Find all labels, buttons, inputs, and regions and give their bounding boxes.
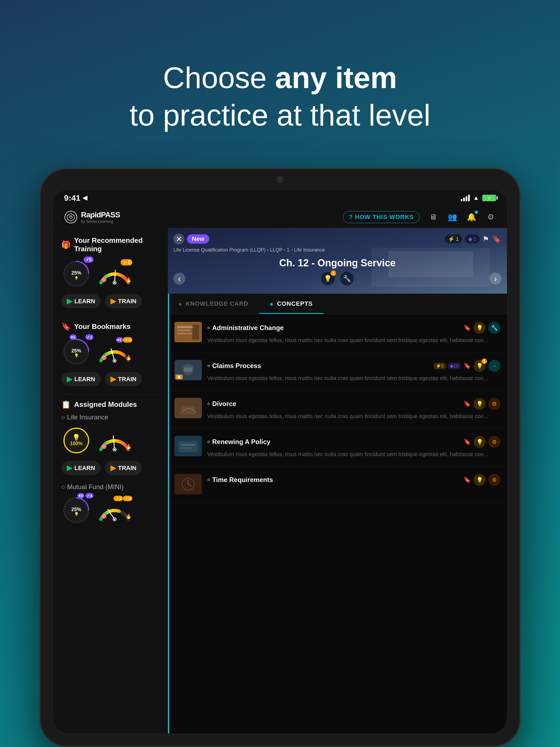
life-learn-label: LEARN [74, 465, 95, 472]
learn-gauge: 25% 💡 [61, 259, 91, 289]
thumb-image-time [175, 474, 202, 494]
people-icon[interactable]: 👥 [447, 212, 458, 223]
assigned-label: Assigned Modules [74, 400, 137, 409]
svg-text:25%: 25% [71, 507, 81, 512]
bookmark-divorce[interactable]: 🔖 [463, 400, 471, 407]
bookmark-btn-row: ▶ LEARN ▶ TRAIN [61, 372, 160, 386]
bell-icon[interactable]: 🔔 [466, 212, 477, 223]
battery-icon: ⚡ [482, 195, 496, 201]
life-insurance-training-row: 💡 100% [61, 426, 160, 457]
status-icons: ▲ ⚡ [461, 195, 496, 202]
bookmark-learn-gauge-container: 25% 💡 ✓1 ♥1 [61, 337, 91, 368]
life-train-button[interactable]: ▶ TRAIN [105, 461, 142, 475]
knowledge-tab-dot [179, 303, 182, 306]
list-item[interactable]: Renewing A Policy 🔖 💡 ⚙ Vestibulum risus… [168, 428, 507, 466]
bolt-count: 1 [456, 236, 459, 242]
train-btn-claims[interactable]: → [488, 360, 501, 372]
prev-chapter-button[interactable]: ‹ [173, 273, 185, 285]
chapter-bulb-button[interactable]: 💡 1 [321, 272, 335, 285]
learn-button[interactable]: ▶ LEARN [61, 294, 101, 308]
learn-btn-divorce[interactable]: 💡 [474, 398, 486, 410]
train-btn-time[interactable]: ⚙ [488, 474, 501, 486]
claims-notif-badge: 1 [482, 358, 487, 364]
svg-text:💡: 💡 [74, 276, 78, 280]
learn-btn-claims[interactable]: 💡 1 [474, 360, 486, 372]
right-panel: ✕ New ⚡ 1 ◆ [168, 228, 507, 733]
tab-knowledge-card[interactable]: Knowledge Card [168, 294, 259, 314]
signal-bar-4 [468, 195, 470, 201]
mutual-train-gauge-container: 🔥 🎯 ⚡4 ⚡2 [97, 497, 132, 526]
concept-name-divorce: Divorce [212, 400, 463, 408]
train-btn-renewing[interactable]: ⚙ [488, 436, 501, 448]
bookmarks-training-row: 25% 💡 ✓1 ♥1 [61, 337, 160, 368]
divider-1 [61, 316, 160, 317]
hero-line1: Choose any item [130, 60, 431, 95]
list-item[interactable]: Divorce 🔖 💡 ⚙ Vestibulum risus egestas t… [168, 390, 507, 428]
bolt-icon: ⚡ [448, 236, 455, 242]
concept-title-row-claims: Claims Process ⚡5 ◆10 🔖 💡 [207, 360, 501, 372]
bookmark-administrative[interactable]: 🔖 [463, 324, 471, 331]
learn-play-icon: ▶ [67, 297, 72, 305]
knowledge-tab-label: Knowledge Card [186, 300, 248, 307]
wifi-icon: ▲ [473, 195, 479, 202]
bookmark-claims[interactable]: 🔖 [463, 362, 471, 369]
bookmark-learn-button[interactable]: ▶ LEARN [61, 372, 101, 386]
flag-button[interactable]: ⚑ [482, 235, 489, 243]
mutual-learn-badge1: ✓4 [85, 493, 94, 498]
bookmark-time[interactable]: 🔖 [463, 476, 471, 483]
help-circle-icon: ? [349, 213, 353, 221]
train-btn-administrative[interactable]: 🔧 [488, 322, 501, 334]
concepts-tab-dot [270, 303, 273, 306]
svg-text:🔥: 🔥 [126, 355, 132, 361]
concept-actions-renewing: 🔖 💡 ⚙ [463, 436, 501, 448]
hero-line2: to practice at that level [130, 98, 431, 132]
settings-icon[interactable]: ⚙ [485, 212, 496, 223]
tab-concepts[interactable]: Concepts [259, 294, 324, 314]
svg-point-17 [114, 360, 116, 361]
list-item[interactable]: 📋 Claims Process ⚡5 ◆10 [168, 352, 507, 390]
app-screen: 9:41 ◀ ▲ ⚡ [53, 190, 507, 733]
train-btn-divorce[interactable]: ⚙ [488, 398, 501, 410]
diamond-count: 1 [473, 236, 476, 242]
learn-btn-time[interactable]: 💡 [474, 474, 486, 486]
learn-btn-renewing[interactable]: 💡 [474, 436, 486, 448]
chapter-tools-button[interactable]: 🔧 [340, 272, 354, 285]
concept-title-row-divorce: Divorce 🔖 💡 ⚙ [207, 398, 501, 410]
classroom-icon[interactable]: 🖥 [428, 212, 439, 223]
close-button[interactable]: ✕ [173, 233, 184, 244]
concept-actions-claims: ⚡5 ◆10 🔖 💡 1 → [433, 360, 501, 372]
tabs-row: Knowledge Card Concepts [168, 294, 507, 314]
bookmark-renewing[interactable]: 🔖 [463, 438, 471, 445]
mutual-learn-gauge-container: 25% 💡 ✓4 ♥2 [61, 495, 91, 526]
signal-bar-2 [463, 198, 465, 201]
concept-dot-time [207, 479, 210, 481]
concept-content-time: Time Requirements 🔖 💡 ⚙ [207, 474, 501, 488]
signal-bar-1 [461, 199, 462, 201]
thumb-image-renewing [175, 436, 202, 456]
concept-dot-divorce [207, 403, 210, 405]
concept-name-claims: Claims Process [212, 362, 433, 370]
life-train-icon: ▶ [110, 464, 116, 472]
life-learn-button[interactable]: ▶ LEARN [61, 461, 101, 475]
how-it-works-button[interactable]: ? How This Works [343, 211, 419, 223]
svg-point-35 [114, 518, 116, 520]
life-train-label: TRAIN [118, 465, 136, 472]
train-gauge-container: 🔥 🎯 ⚡5 [97, 261, 132, 290]
lightning-icon: ⚡ [487, 196, 492, 200]
train-score-badge: ⚡5 [121, 259, 132, 265]
chapter-bookmark-button[interactable]: 🔖 [492, 235, 502, 243]
status-time: 9:41 ◀ [64, 193, 87, 203]
list-item[interactable]: Administrative Change 🔖 💡 🔧 Vestibulum r… [168, 314, 507, 352]
bookmark-learn-icon: ▶ [67, 375, 72, 383]
learn-btn-administrative[interactable]: 💡 [474, 322, 486, 334]
bookmark-train-button[interactable]: ▶ TRAIN [105, 372, 142, 386]
concept-content-renewing: Renewing A Policy 🔖 💡 ⚙ Vestibulum risus… [207, 436, 501, 458]
bookmarks-label: Your Bookmarks [74, 323, 130, 331]
learn-score-badge: ✓5 [84, 256, 94, 263]
concept-desc-renewing: Vestibulum risus egestas tellus, risus m… [207, 450, 501, 458]
list-item[interactable]: Time Requirements 🔖 💡 ⚙ [168, 466, 507, 502]
next-chapter-button[interactable]: › [489, 273, 502, 285]
train-button[interactable]: ▶ TRAIN [105, 294, 142, 308]
logo-area[interactable]: RapidPASS by Sentry Learning [64, 210, 120, 224]
chapter-bulb-badge: 1 [331, 271, 336, 276]
